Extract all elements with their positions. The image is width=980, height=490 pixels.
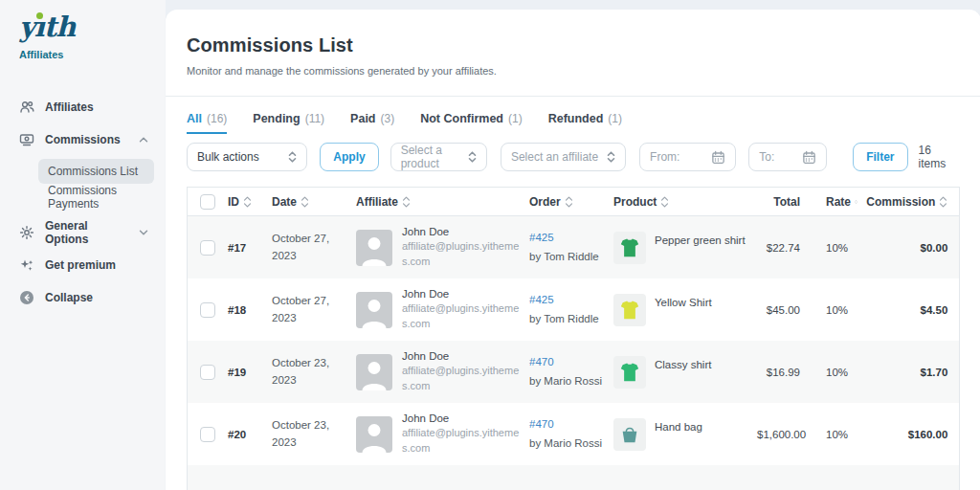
person-silhouette-icon [356,416,392,453]
tab-all[interactable]: All (16) [187,112,227,134]
sidebar-item-label: Collapse [45,291,150,304]
select-all-cell [188,194,228,210]
sidebar-item-label: Commissions [45,133,126,146]
sidebar-item-label: Commissions List [48,165,138,178]
affiliate-name: John Doe [402,350,526,362]
row-checkbox[interactable] [200,365,215,380]
sparkles-icon [19,257,34,273]
avatar [356,416,392,453]
order-link[interactable]: #470 [529,418,554,430]
affiliate-email: affiliate@plugins.yithemes.com [402,426,526,457]
column-header-id[interactable]: ID [228,195,272,209]
person-silhouette-icon [356,230,392,266]
content-card: Commissions List Monitor and manage the … [166,10,980,490]
product-select[interactable]: Select a product [390,143,487,171]
apply-button[interactable]: Apply [320,143,378,171]
tab-paid[interactable]: Paid (3) [350,112,394,134]
affiliate-cell: John Doe affiliate@plugins.yithemes.com [356,350,529,394]
sidebar-item-get-premium[interactable]: Get premium [0,249,166,281]
column-header-order[interactable]: Order [529,195,613,209]
table-row-partial [188,465,959,490]
sidebar-item-collapse[interactable]: Collapse [0,281,166,314]
page-header: Commissions List Monitor and manage the … [166,10,980,97]
affiliate-select-placeholder: Select an affiliate [511,150,607,164]
sort-icon [402,196,411,208]
shirt-icon [619,300,640,321]
sort-icon [565,196,573,208]
avatar [356,230,392,266]
order-total: $16.99 [757,367,810,378]
tab-not-confirmed[interactable]: Not Confirmed (1) [420,112,522,134]
sidebar-item-label: Get premium [45,258,150,272]
chevron-down-icon [137,226,150,239]
sidebar-item-label: Commissions Payments [48,184,145,211]
affiliate-cell: John Doe affiliate@plugins.yithemes.com [356,226,529,270]
column-header-affiliate[interactable]: Affiliate [356,195,529,209]
column-header-date[interactable]: Date [272,195,356,209]
tab-label: Pending [253,112,300,125]
affiliate-cell: John Doe affiliate@plugins.yithemes.com [356,412,529,457]
affiliate-name: John Doe [402,226,526,237]
affiliate-cell: John Doe affiliate@plugins.yithemes.com [356,288,529,332]
order-link[interactable]: #470 [529,356,554,368]
sidebar-item-commissions-list[interactable]: Commissions List [38,159,154,184]
filters-toolbar: Bulk actions Apply Select a product Sele… [166,134,980,171]
sidebar-item-affiliates[interactable]: Affiliates [0,91,166,123]
column-header-rate[interactable]: Rate [810,195,858,209]
commission-id: #20 [228,429,272,440]
table-header-row: ID Date Affiliate Order Product Total Ra… [188,188,959,216]
sidebar-item-label: Affiliates [45,100,150,114]
affiliate-email: affiliate@plugins.yithemes.com [402,364,526,394]
tab-label: Paid [350,112,375,125]
sidebar: yıth Affiliates Affiliates Commissions C… [0,0,166,490]
person-silhouette-icon [356,354,392,390]
tab-refunded[interactable]: Refunded (1) [548,112,622,134]
sidebar-item-commissions-payments[interactable]: Commissions Payments [38,185,154,210]
select-arrows-icon [468,150,477,164]
select-arrows-icon [607,150,615,164]
row-checkbox[interactable] [200,427,215,442]
order-total: $22.74 [757,242,810,254]
select-all-checkbox[interactable] [200,194,215,210]
sort-icon [301,196,309,208]
order-link[interactable]: #425 [529,232,554,243]
shirt-icon [619,237,640,258]
row-checkbox[interactable] [200,302,215,318]
order-cell: #470 by Mario Rossi [529,353,613,390]
commission-date: October 23, 2023 [272,355,356,389]
commission-id: #17 [228,242,272,254]
yith-logo-text: yıth [19,11,75,43]
status-tabs: All (16) Pending (11) Paid (3) Not Confi… [166,112,980,134]
table-row: #17 October 27, 2023 John Doe affiliate@… [188,216,959,278]
commission-amount: $1.70 [858,367,959,378]
filter-button[interactable]: Filter [853,143,907,171]
affiliate-name: John Doe [402,412,526,424]
sort-icon [243,196,252,208]
yith-logo: yıth [19,13,75,41]
calendar-icon [711,150,725,165]
sidebar-item-general-options[interactable]: General Options [0,216,166,249]
table-row: #20 October 23, 2023 John Doe affiliate@… [188,403,959,465]
brand: yıth Affiliates [0,13,166,60]
column-header-commission[interactable]: Commission [858,195,959,209]
tab-pending[interactable]: Pending (11) [253,112,324,134]
commissions-submenu: Commissions List Commissions Payments [0,156,166,216]
sort-icon [660,196,669,208]
date-to-input[interactable]: To: [748,143,827,171]
row-checkbox[interactable] [200,240,215,256]
tab-label: Refunded [548,112,604,125]
sidebar-menu: Affiliates Commissions Commissions List … [0,91,166,314]
column-header-product[interactable]: Product [613,195,757,209]
sidebar-item-commissions[interactable]: Commissions [0,123,166,156]
commission-amount: $4.50 [858,304,959,316]
date-to-placeholder: To: [759,150,802,164]
affiliate-select[interactable]: Select an affiliate [501,143,626,171]
order-link[interactable]: #425 [529,294,554,305]
commission-rate: 10% [810,304,858,316]
order-customer: by Tom Riddle [529,310,613,329]
bulk-actions-value: Bulk actions [197,150,288,164]
date-from-input[interactable]: From: [639,143,736,171]
product-name: Yellow Shirt [655,297,712,308]
bulk-actions-select[interactable]: Bulk actions [187,143,307,171]
commission-amount: $0.00 [858,242,959,254]
